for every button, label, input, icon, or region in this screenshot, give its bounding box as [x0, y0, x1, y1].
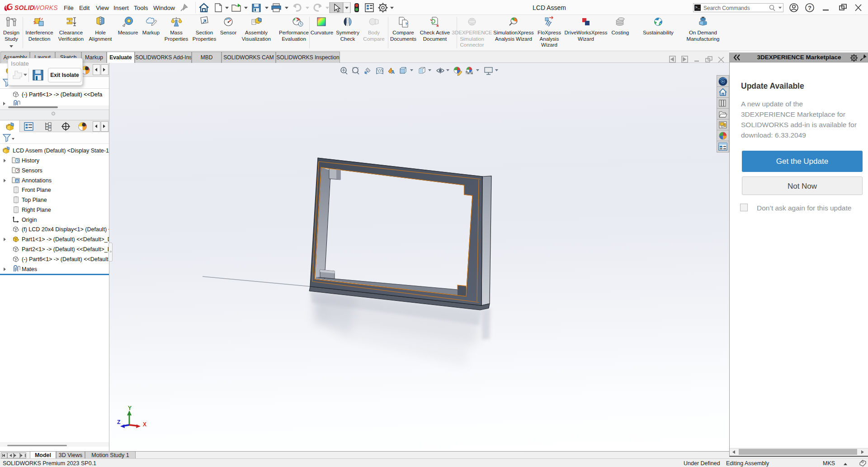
- svg-text:Y: Y: [128, 405, 132, 411]
- svg-text:?: ?: [405, 22, 408, 26]
- svg-text:X: X: [143, 421, 146, 428]
- svg-text:A: A: [391, 69, 395, 75]
- svg-text:?: ?: [808, 5, 811, 11]
- svg-text:Z: Z: [117, 419, 120, 425]
- svg-text:WORKS: WORKS: [33, 4, 58, 11]
- svg-text:SOLID: SOLID: [14, 4, 34, 11]
